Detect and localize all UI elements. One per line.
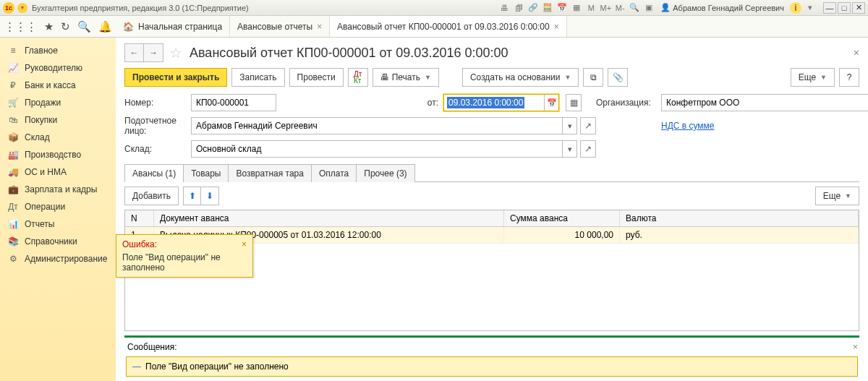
- write-button[interactable]: Записать: [231, 68, 284, 87]
- sidebar-item[interactable]: ДтОперации: [0, 198, 116, 215]
- attach-button[interactable]: 📎: [608, 68, 628, 87]
- close-icon[interactable]: ×: [554, 22, 559, 32]
- move-down-button[interactable]: ⬇: [201, 187, 218, 205]
- move-up-button[interactable]: ⬆: [184, 187, 201, 205]
- sidebar-item-label: Склад: [25, 132, 50, 142]
- current-user[interactable]: 👤 Абрамов Геннадий Сергеевич: [660, 3, 784, 12]
- error-close[interactable]: ×: [242, 239, 247, 249]
- windows-icon[interactable]: ▣: [643, 2, 655, 14]
- sidebar-item[interactable]: ₽Банк и касса: [0, 77, 116, 94]
- grid-more-button[interactable]: Еще▼: [815, 187, 859, 205]
- person-open-button[interactable]: ↗: [580, 117, 596, 134]
- tab-home[interactable]: 🏠 Начальная страница: [116, 16, 230, 37]
- messages-panel: Сообщения:× —Поле "Вид операции" не запо…: [124, 335, 859, 381]
- more-button[interactable]: Еще▼: [791, 68, 835, 87]
- sidebar-item[interactable]: 📈Руководителю: [0, 59, 116, 77]
- org-field[interactable]: [662, 98, 868, 108]
- sidebar: ≡Главное📈Руководителю₽Банк и касса🛒Прода…: [0, 38, 116, 381]
- memory-mminus[interactable]: M-: [614, 2, 626, 14]
- sidebar-item-label: Операции: [25, 202, 65, 212]
- memory-mplus[interactable]: M+: [600, 2, 611, 14]
- doc-tabs: Авансы (1) Товары Возвратная тара Оплата…: [124, 163, 859, 182]
- search-icon[interactable]: 🔍: [77, 20, 91, 33]
- memory-m[interactable]: M: [585, 2, 597, 14]
- person-label: Подотчетное лицо:: [124, 116, 191, 136]
- sidebar-item[interactable]: ⚙Администрирование: [0, 250, 116, 267]
- toolbar-icon[interactable]: 🔗: [527, 2, 539, 14]
- tab-payment[interactable]: Оплата: [311, 164, 357, 182]
- col-sum[interactable]: Сумма аванса: [504, 210, 620, 226]
- zoom-icon[interactable]: 🔍: [629, 2, 640, 14]
- dropdown-icon[interactable]: ▾: [562, 141, 576, 157]
- sidebar-item-label: ОС и НМА: [25, 167, 67, 177]
- navigation-bar: ⋮⋮⋮ ★ ↻ 🔍 🔔 🏠 Начальная страница Авансов…: [0, 16, 868, 38]
- app-menu-dropdown-icon[interactable]: ▾: [17, 3, 27, 13]
- col-number[interactable]: N: [125, 210, 154, 226]
- sidebar-item-label: Отчеты: [25, 219, 54, 229]
- messages-title: Сообщения:: [127, 342, 176, 352]
- tab-tare[interactable]: Возвратная тара: [228, 164, 312, 182]
- dropdown-icon[interactable]: ▾: [562, 118, 576, 134]
- nav-back-button[interactable]: ←: [125, 44, 144, 61]
- app-title: Бухгалтерия предприятия, редакция 3.0 (1…: [32, 4, 498, 12]
- tab-goods[interactable]: Товары: [183, 164, 229, 182]
- favorite-star-icon[interactable]: ☆: [169, 44, 184, 61]
- info-icon[interactable]: i: [790, 2, 801, 14]
- vat-link[interactable]: НДС в сумме: [661, 121, 715, 131]
- number-field[interactable]: [192, 98, 309, 108]
- post-and-close-button[interactable]: Провести и закрыть: [124, 68, 227, 87]
- toolbar-icon[interactable]: 🖶: [498, 2, 510, 14]
- calendar-icon[interactable]: 📅: [556, 2, 568, 14]
- page-title: Авансовый отчет КП00-000001 от 09.03.201…: [190, 46, 509, 61]
- post-button[interactable]: Провести: [289, 68, 344, 87]
- tab-advance-report-doc[interactable]: Авансовый отчет КП00-000001 от 09.03.201…: [330, 16, 567, 37]
- page-close-button[interactable]: ×: [854, 47, 859, 59]
- warehouse-open-button[interactable]: ↗: [580, 140, 596, 158]
- history-icon[interactable]: ↻: [61, 20, 70, 33]
- help-button[interactable]: ?: [839, 68, 859, 87]
- col-document[interactable]: Документ аванса: [154, 210, 504, 226]
- tab-other[interactable]: Прочее (3): [356, 164, 414, 182]
- person-field[interactable]: [192, 121, 562, 131]
- sidebar-item[interactable]: 🛍Покупки: [0, 111, 116, 129]
- sidebar-item-label: Администрирование: [25, 254, 107, 264]
- sidebar-item[interactable]: 📊Отчеты: [0, 215, 116, 233]
- sidebar-icon: Дт: [7, 202, 19, 212]
- calendar-picker-icon[interactable]: 📅: [544, 95, 558, 111]
- print-button[interactable]: 🖶 Печать▼: [373, 68, 439, 87]
- col-currency[interactable]: Валюта: [620, 210, 859, 226]
- bell-icon[interactable]: 🔔: [98, 20, 112, 33]
- structure-button[interactable]: ⧉: [583, 68, 603, 87]
- dropdown-icon[interactable]: ▾: [804, 2, 816, 14]
- number-label: Номер:: [124, 98, 191, 108]
- message-item[interactable]: —Поле "Вид операции" не заполнено: [126, 356, 858, 377]
- sidebar-item[interactable]: 📦Склад: [0, 129, 116, 146]
- create-based-button[interactable]: Создать на основании▼: [462, 68, 579, 87]
- window-minimize[interactable]: —: [823, 2, 836, 14]
- sidebar-item[interactable]: 💼Зарплата и кадры: [0, 181, 116, 198]
- tab-advance-reports[interactable]: Авансовые отчеты ×: [230, 16, 330, 37]
- sidebar-item[interactable]: 📚Справочники: [0, 233, 116, 250]
- apps-icon[interactable]: ⋮⋮⋮: [4, 20, 37, 33]
- date-field[interactable]: 09.03.2016 0:00:00: [447, 97, 524, 108]
- messages-close[interactable]: ×: [853, 342, 858, 352]
- favorites-icon[interactable]: ★: [44, 20, 54, 33]
- sidebar-item[interactable]: 🛒Продажи: [0, 94, 116, 111]
- sidebar-item[interactable]: 🚚ОС и НМА: [0, 163, 116, 181]
- add-row-button[interactable]: Добавить: [124, 187, 179, 205]
- toolbar-icon[interactable]: ▦: [571, 2, 582, 14]
- toolbar-icon[interactable]: 🧮: [542, 2, 553, 14]
- warehouse-field[interactable]: [192, 144, 562, 154]
- sidebar-item[interactable]: ≡Главное: [0, 42, 116, 59]
- window-restore[interactable]: □: [838, 2, 851, 14]
- app-logo-icon: 1c: [3, 2, 14, 14]
- nav-forward-button[interactable]: →: [144, 44, 163, 61]
- toolbar-icon[interactable]: 🗐: [513, 2, 524, 14]
- date-ext-button[interactable]: ▦: [566, 94, 582, 111]
- tab-advances[interactable]: Авансы (1): [124, 164, 184, 182]
- sidebar-item[interactable]: 🏭Производство: [0, 146, 116, 163]
- window-close[interactable]: ✕: [852, 2, 865, 14]
- dtkt-button[interactable]: ДтКт: [348, 68, 368, 87]
- sidebar-item-label: Главное: [25, 46, 58, 56]
- close-icon[interactable]: ×: [317, 22, 322, 32]
